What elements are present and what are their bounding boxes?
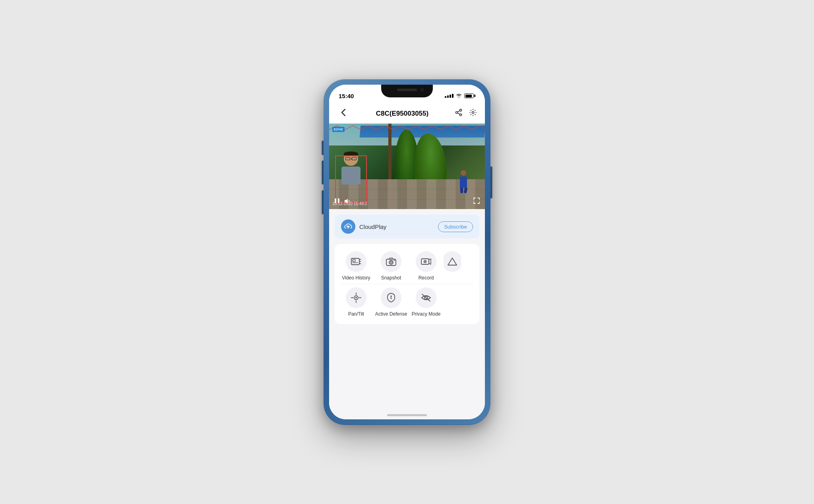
snapshot-label: Snapshot	[381, 275, 401, 281]
video-history-label: Video History	[342, 275, 370, 281]
feature-video-history[interactable]: Video History	[339, 251, 374, 281]
detection-box	[335, 155, 367, 203]
signal-icon	[445, 94, 454, 98]
svg-point-16	[389, 260, 393, 264]
svg-point-2	[460, 114, 462, 116]
nav-action-icons	[455, 109, 477, 118]
svg-line-32	[422, 294, 430, 301]
svg-line-3	[457, 113, 460, 114]
cloudplay-icon	[341, 219, 355, 234]
features-row-2: Pan/Tilt Active Defense	[335, 284, 479, 320]
alert-lines	[329, 124, 485, 132]
feature-snapshot[interactable]: Snapshot	[374, 251, 409, 281]
pan-tilt-label: Pan/Tilt	[348, 311, 364, 317]
fullscreen-button[interactable]	[473, 197, 480, 206]
notch	[381, 85, 433, 97]
ezviz-logo: EZVIZ	[332, 127, 345, 132]
content-area: CloudPlay Subscribe	[329, 209, 485, 419]
svg-point-1	[456, 112, 458, 114]
svg-marker-23	[448, 258, 457, 265]
volume-button[interactable]	[344, 198, 351, 205]
watermark: EZVIZ	[332, 127, 345, 132]
svg-point-18	[394, 260, 395, 261]
person-right	[460, 170, 467, 193]
status-icons	[445, 90, 475, 99]
speaker	[397, 89, 417, 91]
privacy-mode-icon	[416, 287, 436, 308]
wifi-icon	[456, 93, 462, 99]
features-grid: Video History	[335, 244, 479, 324]
status-time: 15:40	[339, 89, 354, 99]
back-button[interactable]	[337, 109, 350, 118]
settings-icon[interactable]	[469, 109, 477, 118]
record-icon	[416, 251, 436, 272]
svg-rect-7	[338, 198, 339, 203]
svg-point-22	[424, 261, 426, 262]
home-indicator	[387, 414, 427, 416]
svg-point-17	[390, 262, 392, 264]
phone-screen: 15:40	[329, 85, 485, 419]
power-button[interactable]	[490, 167, 492, 198]
share-icon[interactable]	[455, 109, 463, 118]
pan-tilt-icon	[346, 287, 366, 308]
features-row-1: Video History	[335, 248, 479, 284]
svg-point-0	[460, 109, 462, 111]
cloudplay-banner: CloudPlay Subscribe	[335, 215, 479, 238]
phone-frame: 15:40	[324, 79, 490, 425]
navigation-bar: C8C(E95003055)	[329, 104, 485, 124]
feature-active-defense[interactable]: Active Defense	[374, 287, 409, 317]
battery-icon	[464, 93, 475, 98]
page-title: C8C(E95003055)	[376, 110, 428, 118]
feature-record[interactable]: Record	[409, 251, 444, 281]
front-camera	[420, 88, 424, 92]
subscribe-button[interactable]: Subscribe	[438, 221, 473, 232]
active-defense-icon	[381, 287, 401, 308]
svg-rect-10	[353, 260, 355, 262]
feature-pan-tilt[interactable]: Pan/Tilt	[339, 287, 374, 317]
svg-marker-8	[345, 199, 348, 204]
record-label: Record	[419, 275, 434, 281]
svg-point-30	[391, 298, 392, 299]
pause-button[interactable]	[334, 198, 340, 205]
svg-point-29	[355, 297, 357, 299]
svg-marker-20	[429, 259, 431, 264]
svg-line-4	[457, 110, 460, 112]
playback-controls	[329, 197, 485, 206]
svg-rect-6	[335, 198, 336, 203]
feature-privacy-mode[interactable]: Privacy Mode	[409, 287, 444, 317]
cloudplay-label: CloudPlay	[359, 223, 386, 230]
camera-feed: EZVIZ 10-12-2020 15:48:2	[329, 124, 485, 209]
active-defense-label: Active Defense	[375, 311, 407, 317]
feature-definition[interactable]	[444, 251, 461, 281]
definition-icon	[444, 251, 461, 272]
video-history-icon	[346, 251, 366, 272]
privacy-mode-label: Privacy Mode	[412, 311, 441, 317]
svg-point-5	[472, 112, 474, 114]
snapshot-icon	[381, 251, 401, 272]
